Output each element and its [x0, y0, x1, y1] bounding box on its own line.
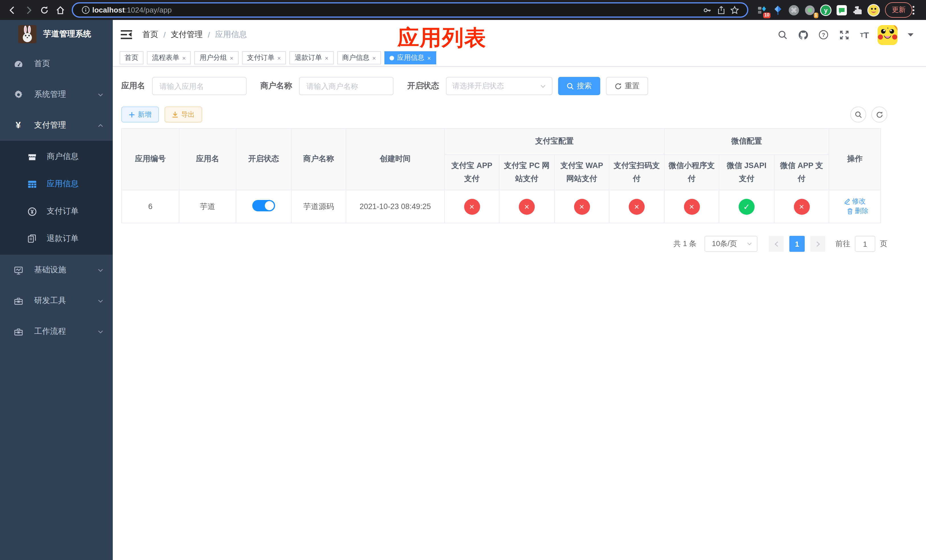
profile-avatar[interactable]: [866, 3, 881, 17]
help-icon[interactable]: ?: [816, 27, 831, 42]
close-icon[interactable]: ×: [230, 54, 233, 61]
sidebar-item-app-info[interactable]: 应用信息: [0, 170, 113, 198]
toolbox-icon: [11, 296, 25, 306]
reset-button[interactable]: 重置: [606, 77, 648, 95]
dashboard-icon: [11, 59, 25, 69]
page-unit-label: 页: [880, 239, 887, 249]
sidebar-item-payment[interactable]: ¥ 支付管理: [0, 110, 113, 141]
wx-jsapi-status-icon: [738, 198, 755, 215]
download-icon: [172, 111, 178, 118]
chevron-down-icon: [97, 328, 104, 335]
delete-link[interactable]: 删除: [847, 206, 869, 216]
font-size-icon[interactable]: TT: [857, 27, 872, 42]
logo-rabbit-avatar: [18, 25, 36, 43]
close-icon[interactable]: ×: [325, 54, 328, 61]
status-select[interactable]: 请选择开启状态: [446, 77, 552, 95]
close-icon[interactable]: ×: [372, 54, 376, 61]
col-app-name: 应用名: [179, 129, 236, 190]
caret-down-icon[interactable]: [903, 27, 918, 42]
site-info-icon[interactable]: [79, 3, 92, 17]
password-key-icon[interactable]: [701, 3, 714, 17]
ext-kite-icon[interactable]: [770, 3, 785, 17]
address-bar[interactable]: localhost:1024/pay/app: [72, 2, 748, 18]
prev-page-button[interactable]: [769, 236, 784, 252]
user-avatar[interactable]: [878, 25, 897, 45]
monitor-icon: [11, 265, 25, 275]
tag-process-form[interactable]: 流程表单×: [147, 51, 191, 64]
github-icon[interactable]: [796, 27, 810, 42]
wx-app-status-icon: [794, 198, 809, 215]
ext-command-icon[interactable]: ⌘: [787, 3, 801, 17]
sidebar-item-pay-order[interactable]: 支付订单: [0, 198, 113, 225]
chrome-menu-icon[interactable]: [912, 5, 921, 15]
svg-text:y: y: [824, 6, 828, 14]
edit-link[interactable]: 修改: [844, 197, 865, 206]
tag-label: 商户信息: [342, 53, 369, 63]
page-number-1[interactable]: 1: [789, 236, 805, 252]
ext-camera-icon[interactable]: 1: [802, 3, 817, 17]
col-wx-jsapi: 微信 JSAPI 支付: [719, 155, 774, 190]
ext-chat-icon[interactable]: [834, 3, 849, 17]
sidebar-item-label: 首页: [34, 59, 104, 69]
page-size-select[interactable]: 10条/页: [705, 236, 757, 252]
app-name-input[interactable]: [152, 77, 247, 95]
browser-reload-icon[interactable]: [36, 2, 52, 18]
browser-forward-icon[interactable]: [21, 2, 36, 18]
sidebar-item-label: 支付管理: [34, 120, 97, 130]
sidebar-item-infrastructure[interactable]: 基础设施: [0, 255, 113, 285]
breadcrumb-payment[interactable]: 支付管理: [171, 30, 203, 40]
toggle-search-button[interactable]: [850, 106, 866, 123]
sidebar-item-home[interactable]: 首页: [0, 48, 113, 79]
bookmark-star-icon[interactable]: [728, 3, 741, 17]
refresh-table-button[interactable]: [872, 106, 887, 123]
goto-page-input[interactable]: [855, 236, 875, 252]
goto-label: 前往: [835, 239, 850, 249]
sidebar-item-refund-order[interactable]: 退款订单: [0, 225, 113, 252]
close-icon[interactable]: ×: [427, 54, 431, 61]
tag-home[interactable]: 首页: [120, 51, 144, 64]
filter-form: 应用名 商户名称 开启状态 请选择开启状态 搜索 重置: [121, 77, 887, 95]
extensions-puzzle-icon[interactable]: [850, 3, 865, 17]
status-toggle[interactable]: [252, 200, 275, 211]
close-icon[interactable]: ×: [277, 54, 281, 61]
sidebar-item-merchant-info[interactable]: 商户信息: [0, 143, 113, 170]
cell-status: [236, 190, 291, 223]
ext-blocks-icon[interactable]: 10: [755, 3, 769, 17]
cell-app-id: 6: [122, 190, 179, 223]
url-path: :1024/pay/app: [125, 6, 172, 14]
share-icon[interactable]: [714, 3, 728, 17]
url-host: localhost: [92, 6, 125, 14]
sidebar-logo[interactable]: 芋道管理系统: [0, 20, 113, 48]
browser-home-icon[interactable]: [52, 2, 68, 18]
export-button[interactable]: 导出: [165, 106, 202, 123]
alipay-app-status-icon: [464, 198, 480, 215]
sidebar-item-system[interactable]: 系统管理: [0, 79, 113, 110]
col-alipay-wap: 支付宝 WAP 网站支付: [554, 155, 609, 190]
app-name-label: 应用名: [121, 81, 145, 91]
sidebar-item-label: 商户信息: [47, 151, 104, 162]
sidebar-item-workflow[interactable]: 工作流程: [0, 316, 113, 347]
sidebar-item-dev-tools[interactable]: 研发工具: [0, 285, 113, 316]
tag-label: 首页: [125, 53, 138, 63]
tag-app-info[interactable]: 应用信息×: [384, 51, 436, 64]
close-icon[interactable]: ×: [182, 54, 186, 61]
search-button[interactable]: 搜索: [558, 77, 600, 95]
tag-merchant-info[interactable]: 商户信息×: [337, 51, 381, 64]
tag-refund-order[interactable]: 退款订单×: [290, 51, 334, 64]
next-page-button[interactable]: [810, 236, 825, 252]
merchant-name-input[interactable]: [299, 77, 393, 95]
tag-pay-order[interactable]: 支付订单×: [242, 51, 286, 64]
export-button-label: 导出: [181, 110, 195, 120]
add-button[interactable]: 新增: [121, 106, 159, 123]
fullscreen-icon[interactable]: [837, 27, 851, 42]
alipay-qr-status-icon: [629, 198, 645, 215]
col-alipay-pc: 支付宝 PC 网站支付: [499, 155, 554, 190]
header-search-icon[interactable]: [775, 27, 790, 42]
tag-user-group[interactable]: 用户分组×: [195, 51, 239, 64]
delete-link-label: 删除: [855, 206, 869, 216]
browser-back-icon[interactable]: [5, 2, 21, 18]
ext-y-icon[interactable]: y: [819, 3, 833, 17]
breadcrumb-home[interactable]: 首页: [142, 30, 158, 40]
sidebar-collapse-icon[interactable]: [121, 29, 133, 41]
chrome-update-button[interactable]: 更新: [885, 2, 912, 18]
